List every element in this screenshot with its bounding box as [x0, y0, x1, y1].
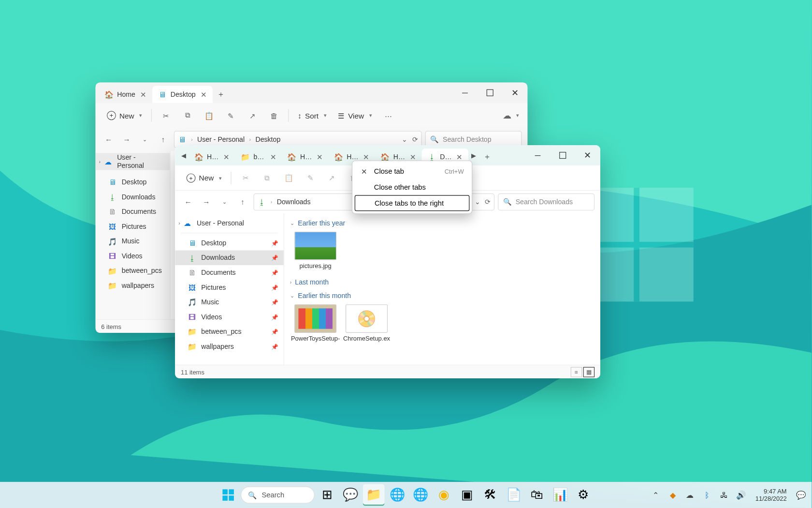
context-menu-item[interactable]: Close other tabs: [355, 179, 470, 195]
start-button[interactable]: [218, 484, 239, 506]
tab[interactable]: 📁betw✕: [235, 149, 282, 165]
tab-close-icon[interactable]: ✕: [316, 153, 324, 162]
taskbar-chrome[interactable]: ◉: [433, 484, 455, 506]
pin-icon[interactable]: 📌: [271, 299, 278, 305]
sidebar-item[interactable]: ⭳Downloads📌: [175, 250, 284, 265]
delete-button[interactable]: 🗑: [264, 107, 284, 124]
file-item[interactable]: ChromeSetup.ex: [345, 304, 389, 342]
chevron-down-icon[interactable]: ⌄: [402, 135, 407, 143]
copy-button[interactable]: ⧉: [178, 107, 197, 124]
context-menu-item[interactable]: Close tabs to the right: [355, 195, 470, 211]
search-input[interactable]: 🔍 Search Downloads: [498, 194, 594, 210]
taskbar-app[interactable]: 📊: [550, 484, 571, 506]
sidebar-item[interactable]: 📁wallpapers📌: [175, 339, 284, 354]
file-item[interactable]: PowerToysSetup-: [293, 304, 338, 342]
refresh-button[interactable]: ⟳: [412, 135, 418, 143]
pin-icon[interactable]: 📌: [271, 329, 278, 335]
tab-close-icon[interactable]: ✕: [200, 90, 208, 99]
up-button[interactable]: ↑: [156, 132, 171, 147]
sidebar-item[interactable]: 🎵Music📌: [175, 295, 284, 310]
icons-view-button[interactable]: ▦: [583, 367, 595, 377]
taskbar-search[interactable]: 🔍 Search: [241, 486, 315, 503]
sidebar-item[interactable]: 📁between_pcs📌: [175, 324, 284, 339]
pin-icon[interactable]: 📌: [271, 344, 278, 350]
taskbar-app[interactable]: 💬: [340, 484, 362, 506]
sidebar-root[interactable]: ›☁User - Personal: [96, 153, 170, 170]
sidebar-item[interactable]: 🎞Videos: [96, 249, 170, 264]
sidebar-item[interactable]: 🗎Documents📌: [175, 265, 284, 280]
sidebar-item[interactable]: 🖥Desktop📌: [175, 236, 284, 251]
new-tab-button[interactable]: ＋: [213, 86, 230, 103]
minimize-button[interactable]: [452, 83, 478, 103]
recent-button[interactable]: ⌄: [217, 194, 232, 209]
tab-desktop[interactable]: 🖥Desktop✕: [152, 86, 213, 103]
sidebar-item[interactable]: 🗎Documents: [96, 204, 170, 219]
cut-button[interactable]: ✂: [236, 169, 255, 186]
file-item[interactable]: pictures.jpg: [293, 232, 338, 269]
forward-button[interactable]: →: [199, 194, 214, 209]
pin-icon[interactable]: 📌: [271, 314, 278, 320]
minimize-button[interactable]: [525, 145, 551, 165]
rename-button[interactable]: ✎: [221, 107, 240, 124]
content-pane[interactable]: ⌄Earlier this yearpictures.jpg›Last mont…: [284, 213, 600, 365]
task-view-button[interactable]: ⊞: [316, 484, 338, 506]
breadcrumb[interactable]: User - Personal: [197, 135, 245, 143]
tray-bluetooth[interactable]: ᛒ: [701, 486, 713, 503]
share-button[interactable]: ↗: [243, 107, 262, 124]
titlebar[interactable]: 🏠Home✕ 🖥Desktop✕ ＋ ✕: [96, 83, 528, 103]
taskbar-explorer[interactable]: 📁: [363, 484, 385, 506]
taskbar-notepad[interactable]: 📄: [503, 484, 524, 506]
taskbar-app[interactable]: 🛠: [479, 484, 501, 506]
tray-overflow[interactable]: ⌃: [650, 486, 662, 503]
paste-button[interactable]: 📋: [200, 107, 219, 124]
pin-icon[interactable]: 📌: [271, 240, 278, 246]
sidebar-item[interactable]: 🎵Music: [96, 234, 170, 249]
pin-icon[interactable]: 📌: [271, 269, 278, 276]
taskbar-clock[interactable]: 9:47 AM 11/28/2022: [752, 488, 790, 503]
breadcrumb[interactable]: Downloads: [277, 198, 311, 206]
group-header[interactable]: ›Last month: [290, 275, 594, 288]
tray-app[interactable]: ◆: [667, 486, 679, 503]
sidebar-item[interactable]: 🖼Pictures: [96, 219, 170, 234]
new-button[interactable]: +New▾: [182, 169, 226, 186]
tab-scroll-left[interactable]: ◀: [178, 145, 188, 165]
new-button[interactable]: +New▾: [102, 107, 147, 124]
taskbar-terminal[interactable]: ▣: [456, 484, 478, 506]
tray-volume[interactable]: 🔊: [735, 486, 747, 503]
sidebar-root[interactable]: ›☁User - Personal: [175, 216, 284, 231]
sidebar-item[interactable]: 📁wallpapers: [96, 278, 170, 293]
up-button[interactable]: ↑: [235, 194, 250, 209]
tray-onedrive[interactable]: ☁: [684, 486, 696, 503]
back-button[interactable]: ←: [101, 132, 116, 147]
tray-network[interactable]: 🖧: [718, 486, 730, 503]
pin-icon[interactable]: 📌: [271, 284, 278, 290]
back-button[interactable]: ←: [181, 194, 196, 209]
tab-home[interactable]: 🏠Home✕: [99, 86, 153, 103]
group-header[interactable]: ⌄Earlier this month: [290, 288, 594, 302]
copy-button[interactable]: ⧉: [258, 169, 277, 186]
breadcrumb[interactable]: Desktop: [255, 135, 280, 143]
tab-close-icon[interactable]: ✕: [269, 153, 277, 162]
tab-close-icon[interactable]: ✕: [139, 90, 148, 99]
close-button[interactable]: ✕: [575, 145, 600, 165]
context-menu-item[interactable]: ✕Close tabCtrl+W: [355, 164, 470, 179]
chevron-down-icon[interactable]: ⌄: [475, 198, 480, 206]
new-tab-button[interactable]: ＋: [478, 149, 495, 165]
refresh-button[interactable]: ⟳: [485, 198, 491, 206]
maximize-button[interactable]: [550, 145, 575, 165]
sidebar-item[interactable]: ⭳Downloads: [96, 190, 170, 205]
notifications-button[interactable]: 💬: [795, 486, 807, 503]
close-button[interactable]: ✕: [503, 83, 528, 103]
recent-button[interactable]: ⌄: [138, 132, 153, 147]
group-header[interactable]: ⌄Earlier this year: [290, 216, 594, 229]
cut-button[interactable]: ✂: [156, 107, 175, 124]
tab[interactable]: 🏠Hom✕: [188, 149, 235, 165]
share-button[interactable]: ↗: [322, 169, 342, 186]
tab[interactable]: 🏠Hom✕: [282, 149, 328, 165]
taskbar-edge[interactable]: 🌐: [386, 484, 408, 506]
onedrive-icon[interactable]: ☁▾: [501, 107, 521, 124]
more-button[interactable]: ⋯: [379, 107, 398, 124]
rename-button[interactable]: ✎: [301, 169, 320, 186]
taskbar-settings[interactable]: ⚙: [573, 484, 594, 506]
taskbar-edge-beta[interactable]: 🌐: [409, 484, 431, 506]
